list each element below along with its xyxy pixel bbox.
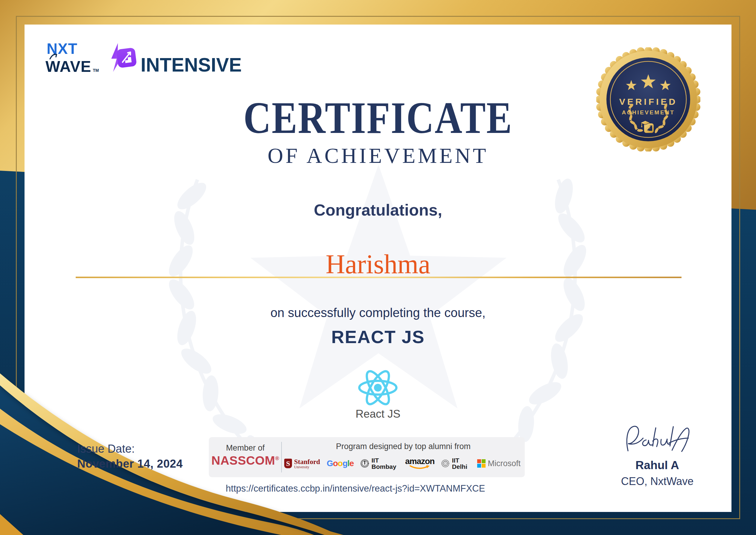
issue-date-value: November 14, 2024 [77, 458, 183, 469]
wave-text: WAVE [45, 58, 91, 75]
iit-delhi-emblem-icon [441, 458, 450, 469]
certificate-subtitle: OF ACHIEVEMENT [0, 145, 756, 166]
amazon-wordmark: amazon [405, 458, 434, 465]
google-letter: e [349, 459, 354, 468]
microsoft-logo: Microsoft [477, 459, 521, 468]
google-letter: l [347, 459, 349, 468]
iit-bombay-emblem-icon [360, 458, 369, 469]
iit-delhi-text: IIT Delhi [452, 457, 471, 470]
intensive-wordmark: INTENSIVE [141, 54, 242, 76]
member-of-label: Member of [209, 444, 282, 452]
course-intro-text: on successfully completing the course, [0, 307, 756, 319]
certificate-url-link[interactable]: https://certificates.ccbp.in/intensive/r… [0, 484, 711, 493]
signatory-role: CEO, NxtWave [612, 476, 702, 487]
nasscom-wordmark: NASSCOM [211, 454, 275, 467]
membership-strip: Member of NASSCOM® Program designed by t… [209, 437, 525, 477]
alumni-heading: Program designed by top alumni from [282, 442, 525, 451]
react-logo-label: React JS [0, 408, 756, 419]
greeting-text: Congratulations, [0, 202, 756, 218]
google-letter: o [333, 459, 338, 468]
stanford-name: Stanford [294, 458, 320, 465]
gold-underline [76, 277, 682, 278]
react-logo-icon [352, 369, 403, 408]
iit-bombay-logo: IIT Bombay [360, 457, 398, 470]
nxtwave-logo-wave: WAVETM [45, 57, 99, 75]
signature-script-icon [624, 421, 690, 456]
stanford-logo: S Stanford University [284, 458, 320, 469]
registered-mark: ® [275, 455, 280, 461]
google-letter: g [342, 459, 347, 468]
alumni-logo-row: S Stanford University Google IIT Bombay [284, 455, 521, 472]
google-letter: o [338, 459, 342, 468]
amazon-logo: amazon [405, 458, 434, 469]
recipient-name: Harishma [0, 251, 756, 278]
signatory-name: Rahul A [627, 459, 687, 471]
microsoft-wordmark: Microsoft [488, 460, 521, 468]
trademark: TM [93, 68, 99, 73]
certificate-of-achievement: NXT WAVETM INTENSIVE [0, 0, 756, 535]
iit-bombay-text: IIT Bombay [371, 457, 398, 470]
google-logo: Google [327, 459, 354, 468]
issue-date-label: Issue Date: [77, 443, 135, 455]
course-name: REACT JS [0, 328, 756, 346]
intensive-app-icon [110, 42, 137, 77]
stanford-university: University [294, 465, 320, 469]
certificate-title: CERTIFICATE [57, 95, 699, 140]
wave-up-arrow-icon [49, 51, 59, 60]
iit-delhi-logo: IIT Delhi [441, 457, 471, 470]
stanford-shield-icon: S [284, 459, 292, 468]
google-letter: G [327, 459, 333, 468]
nasscom-logo: NASSCOM® [209, 455, 282, 467]
microsoft-squares-icon [477, 459, 486, 468]
amazon-smile-icon [409, 465, 430, 469]
certificate-content: NXT WAVETM INTENSIVE [0, 0, 756, 535]
